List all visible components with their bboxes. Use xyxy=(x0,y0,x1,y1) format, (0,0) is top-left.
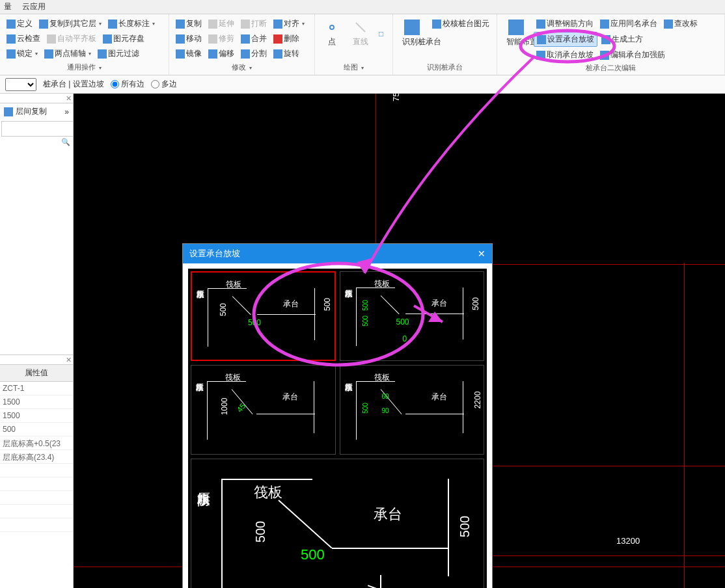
mirror-button[interactable]: 镜像 xyxy=(173,47,204,60)
line-tool: 直线 xyxy=(348,17,374,50)
align-icon xyxy=(273,20,282,29)
topmenu-item[interactable]: 量 xyxy=(4,1,12,12)
align-icon xyxy=(47,34,56,44)
dialog-titlebar[interactable]: 设置承台放坡 ✕ xyxy=(183,244,492,263)
property-row[interactable] xyxy=(0,505,73,518)
set-slope-button[interactable]: 设置承台放坡 xyxy=(534,32,597,47)
extend-icon xyxy=(208,20,217,29)
filter-icon xyxy=(98,49,107,59)
panel-close-icon[interactable]: ✕ xyxy=(66,356,72,364)
page-icon xyxy=(7,20,16,29)
split-button[interactable]: 分割 xyxy=(238,47,269,60)
cancel-slope-icon xyxy=(536,51,545,60)
chevron-right-icon: » xyxy=(64,107,69,116)
merge-icon xyxy=(241,34,250,44)
apply-icon xyxy=(600,20,609,29)
gridline xyxy=(684,263,685,588)
layers-icon xyxy=(39,20,48,29)
split-icon xyxy=(241,49,250,59)
element-filter-button[interactable]: 图元过滤 xyxy=(95,47,142,60)
property-row[interactable] xyxy=(0,491,73,505)
apply-same-name-button[interactable]: 应用同名承台 xyxy=(597,17,660,31)
smart-icon xyxy=(508,20,524,35)
trash-icon xyxy=(273,34,282,44)
subbar-label: 桩承台 | 设置边坡 xyxy=(43,79,104,90)
disk-icon xyxy=(103,34,112,44)
mirror-icon xyxy=(176,49,185,59)
group-label: 通用操作 ▾ xyxy=(4,62,165,72)
check-modify-label-button[interactable]: 查改标 xyxy=(661,17,700,31)
group-label: 绘图 ▾ xyxy=(319,62,389,72)
slope-icon xyxy=(537,35,546,44)
chevron-down-icon: ▾ xyxy=(99,21,102,27)
group-label: 修改 ▾ xyxy=(173,62,310,72)
radio-multi-edge[interactable]: 多边 xyxy=(151,79,177,90)
search-input[interactable] xyxy=(1,121,74,137)
offset-button[interactable]: 偏移 xyxy=(206,47,237,60)
layer-copy-button[interactable]: 层间复制 » xyxy=(0,103,73,120)
property-row[interactable] xyxy=(0,464,73,477)
main-area: ✕ 层间复制 » 🔍 ✕ 属性值 ZCT-1 1500 1500 500 层底标… xyxy=(0,94,725,588)
property-row[interactable]: ZCT-1 xyxy=(0,382,73,395)
label-icon xyxy=(664,20,673,29)
panel-close-icon[interactable]: ✕ xyxy=(66,94,72,103)
set-slope-dialog: 设置承台放坡 ✕ 防水板厚 筏板 承台 500 500 xyxy=(182,243,493,588)
property-row[interactable]: 层底标高(23.4) xyxy=(0,450,73,464)
identify-pile-cap-button[interactable]: 识别桩承台 xyxy=(397,17,427,50)
cloud-icon xyxy=(7,34,16,44)
cloud-check-button[interactable]: 云检查 xyxy=(4,32,43,46)
two-point-axis-button[interactable]: 两点辅轴▾ xyxy=(42,47,94,60)
generate-earthwork-button[interactable]: 生成土方 xyxy=(599,32,646,47)
draw-more-button[interactable]: □ xyxy=(376,29,386,38)
copy-to-layer-button[interactable]: 复制到其它层▾ xyxy=(36,17,104,31)
extend-button: 延伸 xyxy=(206,17,237,31)
left-panel: ✕ 层间复制 » 🔍 ✕ 属性值 ZCT-1 1500 1500 500 层底标… xyxy=(0,94,74,588)
rotate-icon xyxy=(273,49,282,59)
topmenu-item[interactable]: 云应用 xyxy=(22,1,46,12)
property-table: ✕ 属性值 ZCT-1 1500 1500 500 层底标高+0.5(23 层底… xyxy=(0,354,73,532)
property-row[interactable] xyxy=(0,477,73,491)
copy-button[interactable]: 复制 xyxy=(173,17,204,31)
layer-select[interactable] xyxy=(5,78,36,91)
radio-all-edges[interactable]: 所有边 xyxy=(111,79,144,90)
point-icon xyxy=(329,25,335,30)
property-row[interactable] xyxy=(0,518,73,532)
move-icon xyxy=(176,34,185,44)
length-dim-button[interactable]: 长度标注▾ xyxy=(105,17,157,31)
cancel-slope-button[interactable]: 取消承台放坡 xyxy=(534,48,596,62)
drawing-canvas[interactable]: ✕ 7500 13200 设置承台放坡 ✕ 防水板厚 筏板 承台 xyxy=(74,94,725,588)
merge-button[interactable]: 合并 xyxy=(238,32,269,46)
identify-icon xyxy=(404,20,420,35)
check-pile-diagram-button[interactable]: 校核桩台图元 xyxy=(430,17,492,31)
earth-icon xyxy=(601,35,610,44)
define-button[interactable]: 定义 xyxy=(4,17,35,31)
reinforce-icon xyxy=(600,51,609,60)
dialog-title: 设置承台放坡 xyxy=(189,248,240,260)
slope-option-1[interactable]: 防水板厚 筏板 承台 500 500 500 xyxy=(191,271,336,361)
slope-option-2[interactable]: 防水板厚 筏板 承台 500 500 500 0 500 xyxy=(340,271,485,361)
top-menu-bar: 量 云应用 xyxy=(0,0,725,14)
copy-icon xyxy=(4,107,13,116)
rebar-icon xyxy=(536,20,545,29)
slope-option-grid: 防水板厚 筏板 承台 500 500 500 防水板厚 xyxy=(188,269,487,588)
search-icon[interactable]: 🔍 xyxy=(0,138,73,146)
smart-layout-button[interactable]: 智能布置 xyxy=(501,17,531,50)
point-tool[interactable]: 点 xyxy=(319,17,345,50)
adjust-rebar-dir-button[interactable]: 调整钢筋方向 xyxy=(534,17,596,31)
move-button[interactable]: 移动 xyxy=(173,32,204,46)
lock-button[interactable]: 锁定▾ xyxy=(4,47,40,60)
slope-option-4[interactable]: 防水板厚 筏板 承台 500 60 90 2200 xyxy=(340,365,485,455)
property-row[interactable]: 1500 xyxy=(0,409,73,423)
property-row[interactable]: 1500 xyxy=(0,395,73,409)
rotate-button[interactable]: 旋转 xyxy=(271,47,302,60)
line-icon xyxy=(355,22,366,33)
property-row[interactable]: 层底标高+0.5(23 xyxy=(0,436,73,450)
ribbon: 定义 复制到其它层▾ 长度标注▾ 云检查 自动平齐板 图元存盘 锁定▾ 两点辅轴… xyxy=(0,14,725,75)
edit-reinforce-button[interactable]: 编辑承台加强筋 xyxy=(597,48,668,62)
property-row[interactable]: 500 xyxy=(0,423,73,436)
slope-option-3[interactable]: 防水板厚 筏板 承台 1000 45 xyxy=(191,365,336,455)
align-button[interactable]: 对齐▾ xyxy=(271,17,307,31)
close-icon[interactable]: ✕ xyxy=(478,248,486,259)
save-element-button[interactable]: 图元存盘 xyxy=(100,32,147,46)
delete-button[interactable]: 删除 xyxy=(271,32,302,46)
